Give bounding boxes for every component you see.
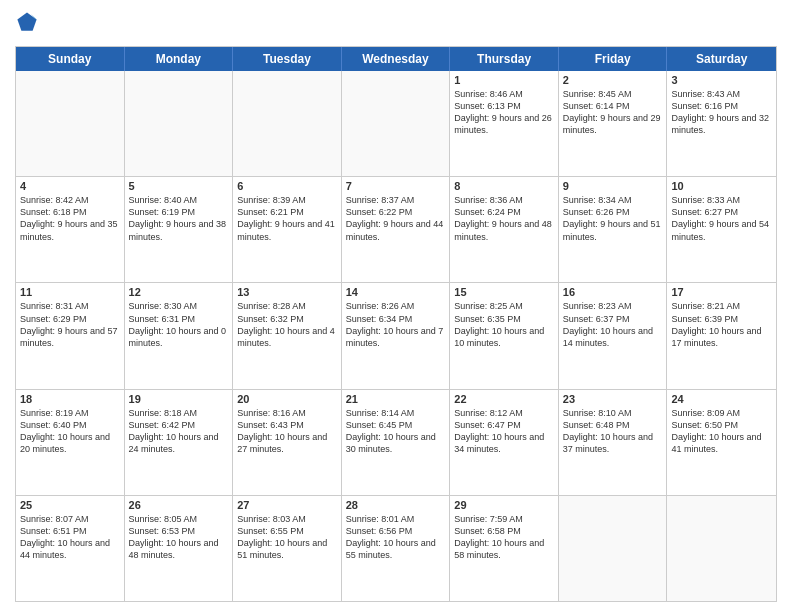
cell-content: Sunrise: 8:14 AM Sunset: 6:45 PM Dayligh…	[346, 407, 446, 456]
day-number: 7	[346, 180, 446, 192]
day-number: 11	[20, 286, 120, 298]
day-number: 10	[671, 180, 772, 192]
calendar-header-row: SundayMondayTuesdayWednesdayThursdayFrid…	[16, 47, 776, 71]
cell-content: Sunrise: 8:42 AM Sunset: 6:18 PM Dayligh…	[20, 194, 120, 243]
day-number: 27	[237, 499, 337, 511]
cell-content: Sunrise: 8:05 AM Sunset: 6:53 PM Dayligh…	[129, 513, 229, 562]
calendar-cell: 16Sunrise: 8:23 AM Sunset: 6:37 PM Dayli…	[559, 283, 668, 388]
day-number: 29	[454, 499, 554, 511]
cell-content: Sunrise: 8:10 AM Sunset: 6:48 PM Dayligh…	[563, 407, 663, 456]
cell-content: Sunrise: 8:01 AM Sunset: 6:56 PM Dayligh…	[346, 513, 446, 562]
cell-content: Sunrise: 8:23 AM Sunset: 6:37 PM Dayligh…	[563, 300, 663, 349]
cell-content: Sunrise: 8:37 AM Sunset: 6:22 PM Dayligh…	[346, 194, 446, 243]
day-number: 18	[20, 393, 120, 405]
calendar-cell: 29Sunrise: 7:59 AM Sunset: 6:58 PM Dayli…	[450, 496, 559, 601]
calendar-cell	[667, 496, 776, 601]
cell-content: Sunrise: 8:26 AM Sunset: 6:34 PM Dayligh…	[346, 300, 446, 349]
cell-content: Sunrise: 8:34 AM Sunset: 6:26 PM Dayligh…	[563, 194, 663, 243]
day-header-sunday: Sunday	[16, 47, 125, 71]
calendar-cell: 21Sunrise: 8:14 AM Sunset: 6:45 PM Dayli…	[342, 390, 451, 495]
calendar-body: 1Sunrise: 8:46 AM Sunset: 6:13 PM Daylig…	[16, 71, 776, 601]
calendar-cell: 3Sunrise: 8:43 AM Sunset: 6:16 PM Daylig…	[667, 71, 776, 176]
calendar-cell: 6Sunrise: 8:39 AM Sunset: 6:21 PM Daylig…	[233, 177, 342, 282]
calendar-cell: 7Sunrise: 8:37 AM Sunset: 6:22 PM Daylig…	[342, 177, 451, 282]
day-number: 2	[563, 74, 663, 86]
day-header-monday: Monday	[125, 47, 234, 71]
cell-content: Sunrise: 8:09 AM Sunset: 6:50 PM Dayligh…	[671, 407, 772, 456]
logo	[15, 10, 41, 38]
day-number: 12	[129, 286, 229, 298]
week-row-2: 11Sunrise: 8:31 AM Sunset: 6:29 PM Dayli…	[16, 283, 776, 389]
day-header-tuesday: Tuesday	[233, 47, 342, 71]
calendar-cell: 25Sunrise: 8:07 AM Sunset: 6:51 PM Dayli…	[16, 496, 125, 601]
cell-content: Sunrise: 8:18 AM Sunset: 6:42 PM Dayligh…	[129, 407, 229, 456]
cell-content: Sunrise: 8:07 AM Sunset: 6:51 PM Dayligh…	[20, 513, 120, 562]
day-number: 5	[129, 180, 229, 192]
calendar-cell: 12Sunrise: 8:30 AM Sunset: 6:31 PM Dayli…	[125, 283, 234, 388]
cell-content: Sunrise: 8:21 AM Sunset: 6:39 PM Dayligh…	[671, 300, 772, 349]
page: SundayMondayTuesdayWednesdayThursdayFrid…	[0, 0, 792, 612]
calendar-cell: 26Sunrise: 8:05 AM Sunset: 6:53 PM Dayli…	[125, 496, 234, 601]
calendar-cell: 27Sunrise: 8:03 AM Sunset: 6:55 PM Dayli…	[233, 496, 342, 601]
day-number: 22	[454, 393, 554, 405]
day-number: 25	[20, 499, 120, 511]
day-header-friday: Friday	[559, 47, 668, 71]
cell-content: Sunrise: 8:46 AM Sunset: 6:13 PM Dayligh…	[454, 88, 554, 137]
day-header-saturday: Saturday	[667, 47, 776, 71]
calendar-cell: 15Sunrise: 8:25 AM Sunset: 6:35 PM Dayli…	[450, 283, 559, 388]
cell-content: Sunrise: 7:59 AM Sunset: 6:58 PM Dayligh…	[454, 513, 554, 562]
calendar-cell	[125, 71, 234, 176]
calendar-cell: 2Sunrise: 8:45 AM Sunset: 6:14 PM Daylig…	[559, 71, 668, 176]
week-row-3: 18Sunrise: 8:19 AM Sunset: 6:40 PM Dayli…	[16, 390, 776, 496]
day-number: 9	[563, 180, 663, 192]
day-number: 17	[671, 286, 772, 298]
cell-content: Sunrise: 8:28 AM Sunset: 6:32 PM Dayligh…	[237, 300, 337, 349]
week-row-1: 4Sunrise: 8:42 AM Sunset: 6:18 PM Daylig…	[16, 177, 776, 283]
cell-content: Sunrise: 8:03 AM Sunset: 6:55 PM Dayligh…	[237, 513, 337, 562]
day-number: 28	[346, 499, 446, 511]
calendar-cell: 9Sunrise: 8:34 AM Sunset: 6:26 PM Daylig…	[559, 177, 668, 282]
calendar-cell: 23Sunrise: 8:10 AM Sunset: 6:48 PM Dayli…	[559, 390, 668, 495]
calendar-cell: 13Sunrise: 8:28 AM Sunset: 6:32 PM Dayli…	[233, 283, 342, 388]
calendar-cell: 11Sunrise: 8:31 AM Sunset: 6:29 PM Dayli…	[16, 283, 125, 388]
cell-content: Sunrise: 8:45 AM Sunset: 6:14 PM Dayligh…	[563, 88, 663, 137]
calendar-cell: 5Sunrise: 8:40 AM Sunset: 6:19 PM Daylig…	[125, 177, 234, 282]
calendar-cell: 18Sunrise: 8:19 AM Sunset: 6:40 PM Dayli…	[16, 390, 125, 495]
cell-content: Sunrise: 8:16 AM Sunset: 6:43 PM Dayligh…	[237, 407, 337, 456]
day-number: 4	[20, 180, 120, 192]
calendar-cell: 28Sunrise: 8:01 AM Sunset: 6:56 PM Dayli…	[342, 496, 451, 601]
calendar-cell	[16, 71, 125, 176]
day-number: 6	[237, 180, 337, 192]
day-number: 21	[346, 393, 446, 405]
day-number: 15	[454, 286, 554, 298]
calendar: SundayMondayTuesdayWednesdayThursdayFrid…	[15, 46, 777, 602]
day-number: 3	[671, 74, 772, 86]
day-header-thursday: Thursday	[450, 47, 559, 71]
logo-icon	[15, 10, 39, 34]
week-row-0: 1Sunrise: 8:46 AM Sunset: 6:13 PM Daylig…	[16, 71, 776, 177]
day-number: 8	[454, 180, 554, 192]
cell-content: Sunrise: 8:19 AM Sunset: 6:40 PM Dayligh…	[20, 407, 120, 456]
day-header-wednesday: Wednesday	[342, 47, 451, 71]
calendar-cell: 19Sunrise: 8:18 AM Sunset: 6:42 PM Dayli…	[125, 390, 234, 495]
calendar-cell	[342, 71, 451, 176]
calendar-cell: 24Sunrise: 8:09 AM Sunset: 6:50 PM Dayli…	[667, 390, 776, 495]
cell-content: Sunrise: 8:39 AM Sunset: 6:21 PM Dayligh…	[237, 194, 337, 243]
calendar-cell: 1Sunrise: 8:46 AM Sunset: 6:13 PM Daylig…	[450, 71, 559, 176]
cell-content: Sunrise: 8:25 AM Sunset: 6:35 PM Dayligh…	[454, 300, 554, 349]
day-number: 16	[563, 286, 663, 298]
header	[15, 10, 777, 38]
calendar-cell: 8Sunrise: 8:36 AM Sunset: 6:24 PM Daylig…	[450, 177, 559, 282]
day-number: 14	[346, 286, 446, 298]
day-number: 13	[237, 286, 337, 298]
calendar-cell	[559, 496, 668, 601]
cell-content: Sunrise: 8:30 AM Sunset: 6:31 PM Dayligh…	[129, 300, 229, 349]
week-row-4: 25Sunrise: 8:07 AM Sunset: 6:51 PM Dayli…	[16, 496, 776, 601]
cell-content: Sunrise: 8:33 AM Sunset: 6:27 PM Dayligh…	[671, 194, 772, 243]
calendar-cell: 14Sunrise: 8:26 AM Sunset: 6:34 PM Dayli…	[342, 283, 451, 388]
calendar-cell: 10Sunrise: 8:33 AM Sunset: 6:27 PM Dayli…	[667, 177, 776, 282]
svg-marker-0	[17, 12, 36, 30]
cell-content: Sunrise: 8:43 AM Sunset: 6:16 PM Dayligh…	[671, 88, 772, 137]
day-number: 19	[129, 393, 229, 405]
day-number: 1	[454, 74, 554, 86]
